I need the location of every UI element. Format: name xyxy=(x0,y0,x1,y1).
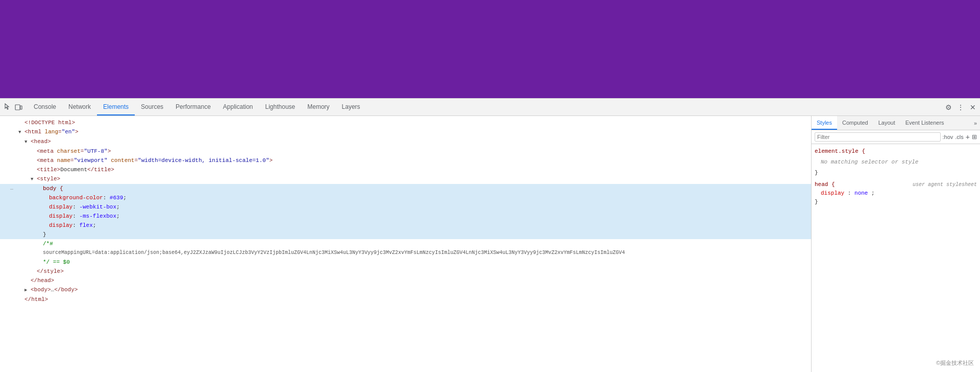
close-icon[interactable]: ✕ xyxy=(968,102,978,112)
html-line: <meta charset="UTF-8"> xyxy=(0,147,811,156)
html-line: </html> xyxy=(0,295,811,304)
toolbar-right: ⚙ ⋮ ✕ xyxy=(943,102,978,112)
styles-panel: Styles Computed Layout Event Listeners »… xyxy=(812,116,980,372)
more-icon[interactable]: ⋮ xyxy=(955,102,966,112)
filter-pseudo-button[interactable]: :hov xyxy=(943,134,953,140)
html-line-selected: display: -webkit-box; xyxy=(0,202,811,212)
styles-filter-input[interactable] xyxy=(815,132,941,142)
head-style-block: head { user agent stylesheet display : n… xyxy=(815,180,977,206)
html-panel[interactable]: <!DOCTYPE html> <html lang="en"> <head> … xyxy=(0,116,812,372)
styles-filter-bar: :hov .cls + ⊞ xyxy=(812,130,980,144)
devtools-toolbar: Console Network Elements Sources Perform… xyxy=(0,99,980,116)
preview-area xyxy=(0,0,980,98)
head-selector: head { xyxy=(815,180,835,189)
html-line: <title>Document</title> xyxy=(0,165,811,174)
expand-arrow[interactable] xyxy=(24,137,31,147)
html-line: <!DOCTYPE html> xyxy=(0,118,811,127)
styles-tab-computed[interactable]: Computed xyxy=(837,116,873,130)
html-line: <head> xyxy=(0,137,811,147)
html-line: </style> xyxy=(0,267,811,276)
html-line-selected: display: flex; xyxy=(0,221,811,230)
styles-tabs: Styles Computed Layout Event Listeners » xyxy=(812,116,980,130)
html-line: /*# xyxy=(0,239,811,248)
expand-arrow[interactable] xyxy=(31,174,37,184)
watermark: ©掘金技术社区 xyxy=(934,358,976,368)
tab-performance[interactable]: Performance xyxy=(169,99,217,115)
expand-arrow[interactable] xyxy=(18,127,24,137)
styles-tab-event-listeners[interactable]: Event Listeners xyxy=(900,116,949,130)
element-style-close: } xyxy=(815,169,977,177)
html-line-selected: } xyxy=(0,230,811,239)
toolbar-tabs: Console Network Elements Sources Perform… xyxy=(28,99,943,115)
head-selector-row: head { user agent stylesheet xyxy=(815,180,977,189)
html-line-selected: background-color: #639; xyxy=(0,193,811,202)
tab-console[interactable]: Console xyxy=(28,99,62,115)
settings-icon[interactable]: ⚙ xyxy=(943,102,953,112)
styles-tab-styles[interactable]: Styles xyxy=(812,116,837,130)
devtools-body: <!DOCTYPE html> <html lang="en"> <head> … xyxy=(0,116,980,372)
filter-add-button[interactable]: + xyxy=(966,133,970,141)
no-matching-text: No matching selector or style xyxy=(815,156,977,169)
html-line-selected: display: -ms-flexbox; xyxy=(0,212,811,221)
head-display-prop: display : none ; xyxy=(815,189,977,198)
tab-layers[interactable]: Layers xyxy=(336,99,366,115)
tab-network[interactable]: Network xyxy=(62,99,97,115)
devtools-panel: Console Network Elements Sources Perform… xyxy=(0,98,980,372)
html-line: <body>…</body> xyxy=(0,285,811,295)
filter-refresh-button[interactable]: ⊞ xyxy=(972,133,977,141)
svg-rect-0 xyxy=(15,105,20,110)
html-line: </head> xyxy=(0,276,811,285)
svg-rect-1 xyxy=(20,106,22,109)
html-line-selected: … body { xyxy=(0,184,811,193)
html-line: <style> xyxy=(0,174,811,184)
element-style-block: element.style { No matching selector or … xyxy=(815,147,977,177)
element-style-selector: element.style { xyxy=(815,147,977,156)
expand-arrow[interactable] xyxy=(24,285,31,295)
tab-application[interactable]: Application xyxy=(217,99,259,115)
html-line: */ == $0 xyxy=(0,258,811,267)
styles-content: element.style { No matching selector or … xyxy=(812,144,980,372)
html-line: sourceMappingURL=data:application/json;b… xyxy=(0,248,811,258)
html-line: <html lang="en"> xyxy=(0,127,811,137)
tab-elements[interactable]: Elements xyxy=(97,99,135,115)
styles-tab-layout[interactable]: Layout xyxy=(873,116,900,130)
tab-sources[interactable]: Sources xyxy=(135,99,169,115)
html-line: <meta name="viewport" content="width=dev… xyxy=(0,156,811,165)
tab-lighthouse[interactable]: Lighthouse xyxy=(259,99,302,115)
device-icon[interactable] xyxy=(13,102,23,112)
styles-tab-more[interactable]: » xyxy=(971,116,980,130)
filter-cls-button[interactable]: .cls xyxy=(955,134,964,140)
toolbar-icons xyxy=(2,102,23,112)
tab-memory[interactable]: Memory xyxy=(301,99,335,115)
head-style-close: } xyxy=(815,198,977,206)
inspect-icon[interactable] xyxy=(2,102,12,112)
head-source: user agent stylesheet xyxy=(913,180,977,189)
